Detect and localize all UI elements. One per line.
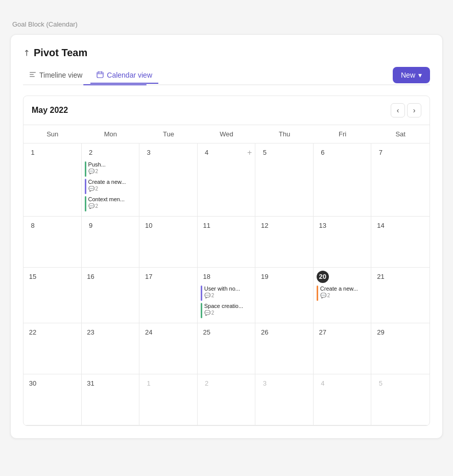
cal-cell[interactable]: 20Create a new...💬2 [314, 268, 372, 323]
tab-calendar[interactable]: Calendar view [90, 68, 158, 84]
cal-cell[interactable]: 18User with no...💬2Space creatio...💬2 [198, 268, 256, 323]
page-wrapper: Goal Block (Calendar) ↗ Pivot Team Timel… [10, 20, 443, 439]
cal-cell[interactable]: 11 [198, 217, 256, 268]
expand-icon[interactable]: ↗ [20, 47, 32, 59]
date-number: 31 [85, 377, 97, 390]
cal-cell[interactable]: 2 [198, 374, 256, 425]
event-name: Create a new... [320, 285, 358, 292]
date-number: 8 [27, 220, 39, 232]
cal-cell[interactable]: 4 [314, 374, 372, 425]
calendar-container: May 2022 ‹ › Sun Mon Tue Wed Thu Fri Sat… [23, 96, 430, 426]
comment-count: 2 [211, 310, 214, 316]
date-number: 22 [27, 326, 39, 339]
cal-cell[interactable]: 30 [23, 374, 82, 425]
cal-cell[interactable]: 14 [371, 217, 430, 268]
cal-cell[interactable]: 25 [198, 323, 256, 374]
cal-cell[interactable]: 7 [371, 144, 430, 217]
calendar-event[interactable]: Create a new...💬2 [317, 285, 368, 301]
cal-cell[interactable]: 22 [23, 323, 82, 374]
date-number: 29 [374, 326, 387, 339]
next-month-button[interactable]: › [407, 103, 421, 117]
cal-cell[interactable]: 21 [371, 268, 430, 323]
date-number: 30 [27, 377, 39, 390]
date-number: 10 [142, 220, 155, 232]
month-title: May 2022 [32, 106, 68, 115]
cal-cell[interactable]: 6 [314, 144, 372, 217]
svg-rect-1 [30, 74, 34, 75]
comment-count: 2 [211, 293, 214, 298]
comment-count: 2 [96, 186, 99, 192]
event-name: User with no... [204, 285, 240, 292]
date-number: 4 [317, 377, 329, 390]
date-number: 24 [142, 326, 155, 339]
calendar-grid: 12Push...💬2Create a new...💬2Context men.… [23, 144, 430, 425]
event-bar [201, 285, 202, 301]
date-number: 18 [201, 271, 213, 283]
day-thu: Thu [255, 125, 314, 143]
cal-cell[interactable]: 12 [255, 217, 314, 268]
card-title: Pivot Team [34, 47, 87, 59]
date-number: 12 [258, 220, 271, 232]
date-number: 3 [258, 377, 271, 390]
cal-cell[interactable]: 3 [139, 144, 198, 217]
day-wed: Wed [198, 125, 256, 143]
calendar-icon [97, 71, 104, 80]
date-number: 16 [85, 271, 97, 283]
breadcrumb: Goal Block (Calendar) [10, 20, 443, 28]
cal-cell[interactable]: 15 [23, 268, 82, 323]
cal-cell[interactable]: 5 [371, 374, 430, 425]
date-number: 2 [201, 377, 213, 390]
calendar-event[interactable]: Create a new...💬2 [85, 178, 136, 194]
date-number: 11 [201, 220, 213, 232]
cal-cell[interactable]: 5 [255, 144, 314, 217]
cal-cell[interactable]: 17 [139, 268, 198, 323]
day-sun: Sun [23, 125, 82, 143]
cal-cell[interactable]: 27 [314, 323, 372, 374]
comment-icon: 💬 [88, 169, 94, 174]
event-bar [85, 196, 86, 211]
date-number: 17 [142, 271, 155, 283]
main-card: ↗ Pivot Team Timeline view [10, 34, 443, 439]
calendar-event[interactable]: Space creatio...💬2 [201, 302, 252, 318]
calendar-header: May 2022 ‹ › [23, 96, 430, 125]
cal-cell[interactable]: 3 [255, 374, 314, 425]
date-number: 15 [27, 271, 39, 283]
prev-month-button[interactable]: ‹ [391, 103, 405, 117]
tab-timeline[interactable]: Timeline view [23, 68, 88, 83]
cal-cell[interactable]: 26 [255, 323, 314, 374]
tab-calendar-label: Calendar view [107, 71, 152, 79]
svg-rect-2 [30, 76, 35, 77]
cal-cell[interactable]: 19 [255, 268, 314, 323]
calendar-event[interactable]: User with no...💬2 [201, 285, 252, 301]
cal-cell[interactable]: 8 [23, 217, 82, 268]
day-tue: Tue [139, 125, 198, 143]
cal-cell[interactable]: 24 [139, 323, 198, 374]
cal-cell[interactable]: 4+ [198, 144, 256, 217]
nav-buttons: ‹ › [391, 103, 421, 117]
date-number: 20 [317, 271, 329, 283]
cal-cell[interactable]: 10 [139, 217, 198, 268]
tab-timeline-label: Timeline view [39, 71, 82, 79]
calendar-event[interactable]: Context men...💬2 [85, 196, 136, 211]
card-header: ↗ Pivot Team [23, 47, 430, 59]
date-number: 13 [317, 220, 329, 232]
event-name: Push... [88, 161, 106, 168]
cal-cell[interactable]: 2Push...💬2Create a new...💬2Context men..… [82, 144, 140, 217]
date-number: 26 [258, 326, 271, 339]
date-number: 27 [317, 326, 329, 339]
calendar-event[interactable]: Push...💬2 [85, 161, 136, 177]
cal-cell[interactable]: 9 [82, 217, 140, 268]
cal-cell[interactable]: 13 [314, 217, 372, 268]
cal-cell[interactable]: 31 [82, 374, 140, 425]
event-bar [201, 303, 202, 318]
comment-count: 2 [327, 293, 330, 298]
event-name: Context men... [88, 196, 125, 203]
cal-cell[interactable]: 1 [139, 374, 198, 425]
new-button[interactable]: New ▾ [393, 67, 430, 83]
cal-cell[interactable]: 29 [371, 323, 430, 374]
new-button-label: New [401, 71, 415, 79]
cal-cell[interactable]: 23 [82, 323, 140, 374]
cal-cell[interactable]: 1 [23, 144, 82, 217]
cal-cell[interactable]: 16 [82, 268, 140, 323]
add-event-icon[interactable]: + [247, 148, 252, 157]
